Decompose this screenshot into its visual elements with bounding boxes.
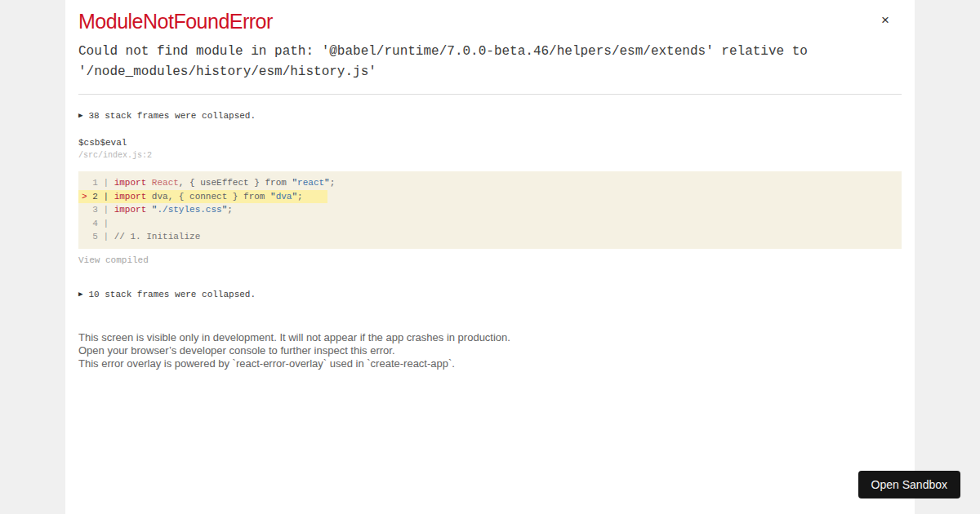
error-message: Could not find module in path: '@babel/r… [78,42,902,82]
code-line-marked: > 2 | import dva, { connect } from "dva"… [78,190,902,204]
stack-frame-function: $csb$eval [78,137,902,148]
divider [78,94,902,95]
expand-triangle-icon: ▶ [78,109,82,122]
stack-frames-collapsed-bottom-label: 10 stack frames were collapsed. [88,290,256,299]
code-frame: 1 | import React, { useEffect } from "re… [78,171,902,249]
stack-frames-collapsed-top-label: 38 stack frames were collapsed. [88,111,256,121]
error-title: ModuleNotFoundError [78,10,902,33]
error-overlay-header: ModuleNotFoundError × [78,10,902,33]
close-icon[interactable]: × [881,13,889,27]
open-sandbox-button[interactable]: Open Sandbox [858,471,960,498]
view-compiled-link[interactable]: View compiled [78,255,149,266]
code-line: 5 | // 1. Initialize [78,230,902,244]
expand-triangle-icon: ▶ [78,288,82,301]
footer-notes: This screen is visible only in developme… [78,331,902,371]
code-line: 3 | import "./styles.css"; [78,203,902,217]
footer-note-development: This screen is visible only in developme… [78,331,902,344]
error-overlay: ModuleNotFoundError × Could not find mod… [65,0,915,514]
footer-note-console: Open your browser’s developer console to… [78,344,902,357]
stack-frame-location: /src/index.js:2 [78,151,902,161]
stack-frames-collapsed-bottom[interactable]: ▶10 stack frames were collapsed. [78,288,902,302]
stack-frame: $csb$eval /src/index.js:2 [78,137,902,161]
code-line: 4 | [78,217,902,231]
code-line: 1 | import React, { useEffect } from "re… [78,176,902,190]
stack-frames-collapsed-top[interactable]: ▶38 stack frames were collapsed. [78,109,902,123]
footer-note-powered-by: This error overlay is powered by `react-… [78,357,902,370]
